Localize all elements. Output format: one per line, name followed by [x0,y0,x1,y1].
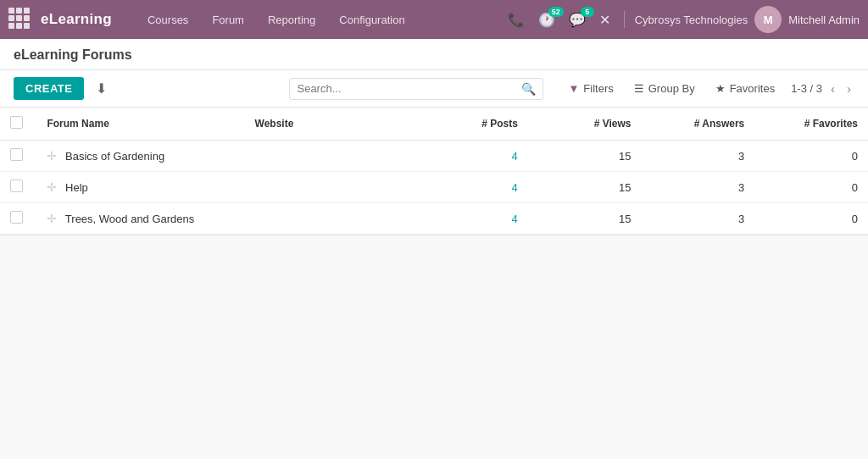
row-website [245,141,415,172]
header-forum-name[interactable]: Forum Name [36,108,244,141]
row-checkbox-cell [0,203,36,235]
row-checkbox-1[interactable] [10,180,23,192]
apps-grid-icon[interactable] [8,8,32,31]
table-row: ✛ Help 4 15 3 0 [0,172,868,203]
page-title: eLearning Forums [14,47,854,69]
chat-count: 5 [581,7,594,17]
chat-badge-wrap[interactable]: 💬 5 [565,12,589,28]
header-views[interactable]: # Views [528,108,642,141]
row-forum-name: ✛ Help [36,172,244,203]
filter-funnel-icon: ▼ [568,82,579,95]
activity-count: 52 [548,7,564,17]
empty-area [0,235,868,456]
header-checkbox-col [0,108,36,141]
row-checkbox-cell [0,172,36,203]
nav-menu: Courses Forum Reporting Configuration [137,8,504,31]
create-button[interactable]: CREATE [14,77,84,100]
top-nav: eLearning Courses Forum Reporting Config… [0,0,868,39]
nav-forum[interactable]: Forum [202,8,254,31]
table-row: ✛ Trees, Wood and Gardens 4 15 3 0 [0,203,868,235]
row-forum-name: ✛ Trees, Wood and Gardens [36,203,244,235]
filters-button[interactable]: ▼ Filters [559,78,622,99]
forums-table: Forum Name Website # Posts # Views # Ans… [0,108,868,235]
row-posts[interactable]: 4 [415,141,528,172]
row-checkbox-cell [0,141,36,172]
user-name: Mitchell Admin [788,14,860,26]
header-answers[interactable]: # Answers [642,108,755,141]
groupby-label: Group By [648,82,695,95]
row-views: 15 [528,172,642,203]
drag-handle-icon[interactable]: ✛ [47,180,57,194]
drag-handle-icon[interactable]: ✛ [47,212,57,225]
toolbar: CREATE ⬇ 🔍 ▼ Filters ☰ Group By ★ Favori… [0,70,868,108]
brand-name: eLearning [41,11,112,28]
data-table-container: Forum Name Website # Posts # Views # Ans… [0,108,868,235]
nav-reporting[interactable]: Reporting [258,8,326,31]
table-header-row: Forum Name Website # Posts # Views # Ans… [0,108,868,141]
favorites-button[interactable]: ★ Favorites [706,78,784,99]
select-all-checkbox[interactable] [10,116,23,129]
close-icon[interactable]: ✕ [596,8,614,31]
row-favorites: 0 [754,141,868,172]
forum-name-link[interactable]: Help [65,181,88,194]
row-forum-name: ✛ Basics of Gardening [36,141,244,172]
table-row: ✛ Basics of Gardening 4 15 3 0 [0,141,868,172]
groupby-button[interactable]: ☰ Group By [625,78,704,99]
search-icon[interactable]: 🔍 [521,82,536,96]
header-posts[interactable]: # Posts [415,108,528,141]
search-input[interactable] [297,82,521,95]
forum-name-link[interactable]: Trees, Wood and Gardens [65,213,194,225]
nav-courses[interactable]: Courses [137,8,198,31]
row-favorites: 0 [754,172,868,203]
phone-icon[interactable]: 📞 [504,8,528,31]
pagination: 1-3 / 3 ‹ › [791,80,854,97]
company-name: Cybrosys Technologies [635,14,748,26]
pagination-text: 1-3 / 3 [791,82,822,95]
row-favorites: 0 [754,203,868,235]
avatar[interactable]: M [754,6,782,33]
row-posts[interactable]: 4 [415,172,528,203]
star-icon: ★ [715,82,726,95]
nav-divider [624,11,625,28]
drag-handle-icon[interactable]: ✛ [47,149,57,163]
row-answers: 3 [642,172,755,203]
row-website [245,172,415,203]
activity-badge-wrap[interactable]: 🕐 52 [535,12,559,28]
filters-label: Filters [583,82,613,95]
next-page-button[interactable]: › [843,80,854,97]
prev-page-button[interactable]: ‹ [827,80,838,97]
header-favorites[interactable]: # Favorites [754,108,868,141]
favorites-label: Favorites [730,82,775,95]
row-checkbox-0[interactable] [10,148,23,161]
nav-configuration[interactable]: Configuration [329,8,415,31]
forum-name-link[interactable]: Basics of Gardening [65,150,164,163]
header-website[interactable]: Website [245,108,415,141]
row-website [245,203,415,235]
row-posts[interactable]: 4 [415,203,528,235]
groupby-icon: ☰ [634,82,644,95]
row-checkbox-2[interactable] [10,211,23,224]
row-views: 15 [528,203,642,235]
row-views: 15 [528,141,642,172]
row-answers: 3 [642,141,755,172]
download-icon[interactable]: ⬇ [91,77,112,100]
search-bar: 🔍 [289,78,543,100]
page-header: eLearning Forums [0,39,868,70]
row-answers: 3 [642,203,755,235]
filter-group: ▼ Filters ☰ Group By ★ Favorites [559,78,784,99]
